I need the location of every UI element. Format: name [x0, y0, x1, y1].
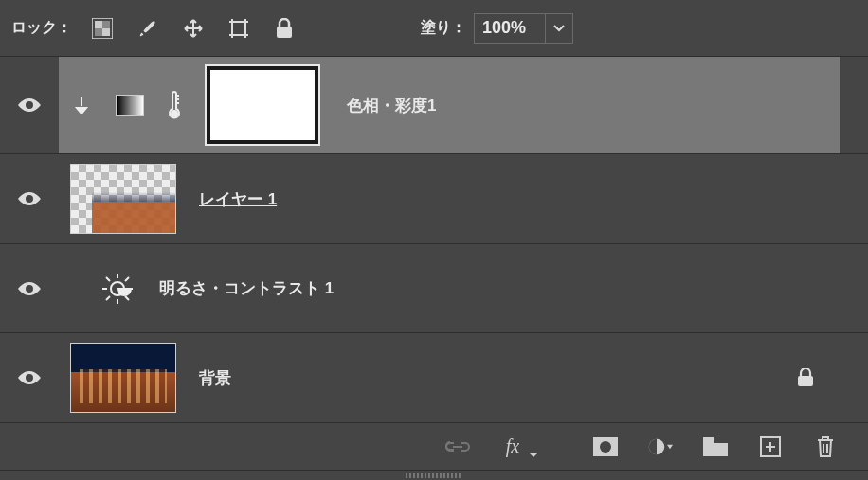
visibility-toggle[interactable]: [0, 244, 59, 332]
svg-rect-2: [102, 28, 110, 36]
move-icon[interactable]: [180, 15, 207, 42]
layers-footer: fx: [0, 423, 868, 471]
visibility-toggle[interactable]: [0, 57, 59, 153]
lock-icon[interactable]: [783, 368, 828, 387]
hue-sat-swatch-icon: [116, 95, 144, 116]
adjustment-icon[interactable]: [648, 435, 673, 459]
artboard-icon[interactable]: [226, 15, 252, 42]
link-icon[interactable]: [445, 435, 470, 459]
layer-name[interactable]: 色相・彩度1: [347, 95, 436, 116]
svg-point-7: [172, 111, 177, 116]
lock-all-icon[interactable]: [271, 15, 298, 42]
mask-icon[interactable]: [593, 435, 618, 459]
layer-row-hue-sat[interactable]: 色相・彩度1: [0, 57, 868, 154]
thermometer-icon: [167, 90, 184, 120]
svg-point-11: [600, 441, 611, 453]
svg-rect-1: [95, 21, 102, 28]
layer-mask-thumb[interactable]: [207, 66, 318, 144]
svg-rect-9: [798, 376, 813, 386]
brush-icon[interactable]: [135, 15, 161, 42]
eye-icon: [16, 96, 43, 115]
layers-list: 色相・彩度1 レイヤー 1 明るさ・コントラスト 1: [0, 57, 868, 423]
fx-icon[interactable]: fx: [500, 435, 525, 459]
layer-row-layer1[interactable]: レイヤー 1: [0, 154, 868, 244]
svg-rect-6: [277, 27, 292, 38]
eye-icon: [16, 368, 43, 387]
fill-dropdown-icon[interactable]: [546, 25, 572, 32]
group-icon[interactable]: [703, 435, 728, 459]
layer-row-brightness[interactable]: 明るさ・コントラスト 1: [0, 244, 868, 333]
panel-resize-grip[interactable]: [0, 471, 868, 480]
layer-name[interactable]: レイヤー 1: [199, 188, 277, 210]
new-layer-icon[interactable]: [758, 435, 783, 459]
visibility-toggle[interactable]: [0, 154, 59, 243]
svg-rect-3: [102, 21, 110, 28]
pixel-lock-icon[interactable]: [89, 15, 116, 42]
layers-lock-toolbar: ロック： 塗り： 100%: [0, 0, 868, 57]
eye-icon: [16, 189, 43, 208]
fill-value[interactable]: 100%: [475, 14, 546, 43]
brightness-icon: [99, 270, 136, 308]
layer-row-background[interactable]: 背景: [0, 333, 868, 423]
clip-indicator-icon: [70, 97, 93, 114]
fill-label: 塗り：: [421, 18, 466, 38]
svg-rect-13: [703, 437, 714, 442]
layer-name[interactable]: 背景: [199, 367, 231, 389]
visibility-toggle[interactable]: [0, 333, 59, 422]
layer-thumb[interactable]: [70, 164, 176, 234]
svg-rect-4: [95, 28, 102, 36]
fill-opacity-control[interactable]: 100%: [474, 13, 573, 44]
trash-icon[interactable]: [813, 435, 838, 459]
layer-thumb[interactable]: [70, 343, 176, 413]
lock-label: ロック：: [11, 18, 72, 38]
svg-rect-5: [232, 22, 245, 35]
eye-icon: [16, 279, 43, 298]
layer-name[interactable]: 明るさ・コントラスト 1: [159, 277, 334, 299]
